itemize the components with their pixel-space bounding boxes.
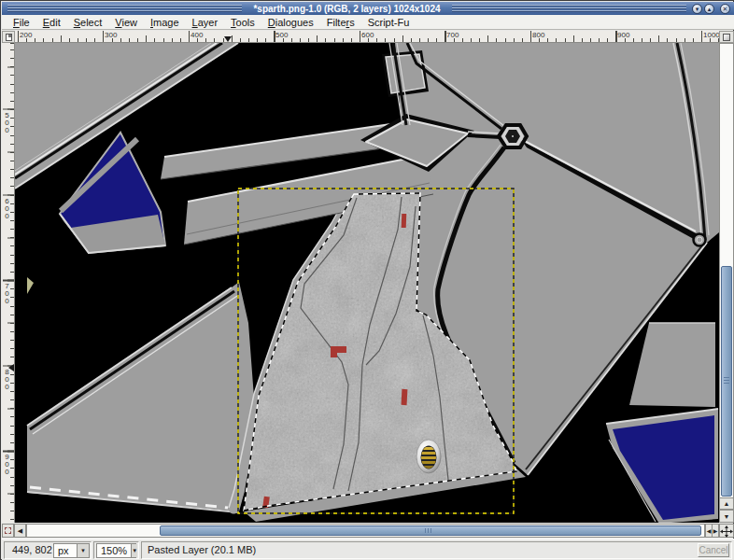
v-ruler-label: 600 — [3, 197, 10, 219]
small-plate — [382, 50, 429, 97]
scroll-down-button[interactable]: ▼ — [719, 510, 734, 523]
status-message-panel: Pasted Layer (20.1 MB) Cancel — [141, 541, 732, 559]
navigation-cross-icon — [720, 525, 733, 538]
h-ruler-label: 600 — [361, 31, 374, 39]
zoom-value: 150% — [97, 545, 131, 556]
stick-button-icon[interactable]: ▴ — [704, 4, 714, 14]
scroll-up-button-2[interactable]: ▲ — [719, 497, 734, 510]
menu-file[interactable]: File — [7, 15, 36, 30]
zoom-follow-window-toggle[interactable] — [719, 31, 734, 43]
menu-view[interactable]: View — [108, 15, 144, 30]
h-ruler-label: 500 — [275, 31, 288, 39]
titlebar-ridge-left — [7, 5, 242, 12]
menubar: FileEditSelectViewImageLayerToolsDialogu… — [2, 15, 734, 30]
h-ruler-label: 700 — [446, 31, 459, 39]
menu-dialogues[interactable]: Dialogues — [261, 15, 320, 30]
h-ruler-label: 800 — [532, 31, 544, 39]
vertical-scrollbar[interactable] — [719, 43, 734, 523]
window-title: *sparth.png-1.0 (RGB, 2 layers) 1024x102… — [247, 4, 445, 14]
h-ruler-label: 900 — [617, 31, 629, 39]
h-ruler-label: 400 — [191, 31, 203, 39]
navigation-button[interactable] — [719, 524, 734, 538]
shade-button-icon[interactable]: ▾ — [692, 4, 702, 14]
v-ruler-label: 700 — [3, 282, 10, 304]
horizontal-scrollbar[interactable] — [26, 524, 705, 538]
cursor-position-panel: 449, 802 px ▼ — [4, 541, 92, 559]
status-message: Pasted Layer (20.1 MB) — [148, 544, 256, 555]
v-ruler-label: 500 — [3, 111, 10, 133]
zoom-panel: 150% ▼ — [93, 541, 139, 559]
quickmask-icon — [5, 527, 11, 534]
menu-filters[interactable]: Filters — [320, 15, 361, 30]
close-icon[interactable]: ✕ — [720, 4, 730, 14]
h-ruler-label: 300 — [105, 31, 117, 39]
scroll-left-button[interactable]: ◀ — [14, 524, 26, 538]
scroll-right-button[interactable]: ▶ — [712, 524, 719, 538]
zoom-dropdown[interactable]: 150% ▼ — [96, 543, 136, 558]
resize-zoom-icon — [723, 34, 730, 41]
chevron-down-icon: ▼ — [131, 544, 137, 557]
horizontal-scrollbar-thumb[interactable] — [160, 525, 701, 536]
menu-tools[interactable]: Tools — [224, 15, 261, 30]
h-ruler-label: 1000 — [703, 31, 719, 39]
cancel-button[interactable]: Cancel — [698, 543, 729, 557]
gimp-window: *sparth.png-1.0 (RGB, 2 layers) 1024x102… — [0, 0, 734, 560]
ruler-position-marker-v — [8, 364, 14, 371]
statusbar: 449, 802 px ▼ 150% ▼ Pasted Layer (20.1 … — [2, 539, 734, 560]
unit-value: px — [54, 545, 73, 556]
ruler-corner-menu-button[interactable] — [2, 31, 15, 43]
striped-oval — [416, 440, 441, 473]
v-ruler-label: 900 — [3, 453, 10, 475]
cursor-position: 449, 802 — [12, 544, 52, 555]
vertical-ruler[interactable]: 5006007008009001000 — [2, 43, 15, 523]
page-icon — [6, 34, 12, 41]
ruler-position-marker-h — [224, 36, 232, 42]
canvas-image[interactable] — [15, 43, 719, 523]
menu-layer[interactable]: Layer — [186, 15, 225, 30]
h-ruler-label: 200 — [20, 31, 32, 39]
chevron-down-icon: ▼ — [77, 544, 89, 557]
menu-edit[interactable]: Edit — [36, 15, 67, 30]
quickmask-toggle[interactable] — [2, 524, 14, 538]
titlebar-ridge-right — [452, 5, 686, 12]
unit-dropdown[interactable]: px ▼ — [53, 543, 90, 558]
titlebar[interactable]: *sparth.png-1.0 (RGB, 2 layers) 1024x102… — [2, 2, 734, 15]
vertical-scrollbar-thumb[interactable] — [721, 266, 732, 497]
menu-image[interactable]: Image — [144, 15, 186, 30]
menu-select[interactable]: Select — [67, 15, 109, 30]
horizontal-ruler[interactable]: 2003004005006007008009001000 — [15, 31, 719, 43]
menu-script-fu[interactable]: Script-Fu — [361, 15, 416, 30]
